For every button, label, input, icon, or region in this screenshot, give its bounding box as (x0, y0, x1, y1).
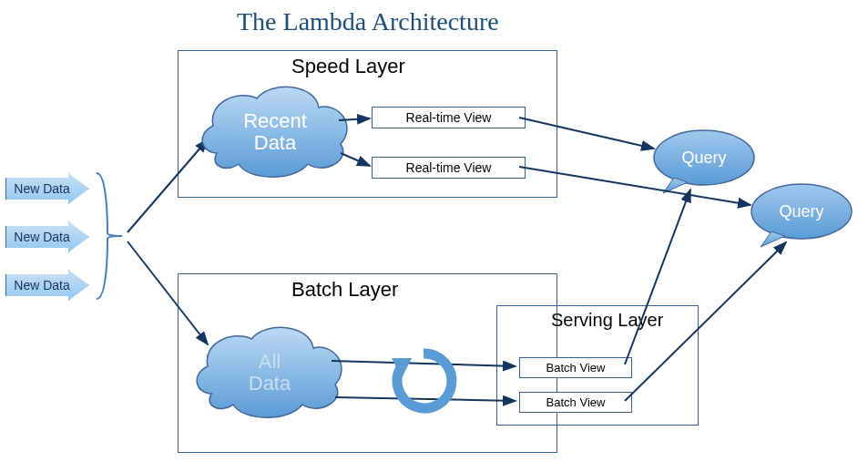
serving-layer-label: Serving Layer (551, 310, 663, 331)
realtime-view-box: Real-time View (372, 157, 526, 179)
svg-point-8 (751, 184, 852, 239)
batch-view-box: Batch View (519, 392, 632, 413)
speed-layer-label: Speed Layer (291, 55, 405, 78)
new-data-arrow: New Data (5, 270, 89, 301)
query-bubble: Query (751, 184, 852, 247)
query-bubble: Query (654, 130, 754, 193)
batch-view-box: Batch View (519, 357, 632, 378)
new-data-arrow: New Data (5, 221, 89, 252)
svg-text:Query: Query (681, 149, 726, 167)
batch-layer-label: Batch Layer (291, 278, 398, 302)
new-data-arrow: New Data (5, 173, 89, 204)
svg-point-6 (654, 130, 754, 185)
realtime-view-box: Real-time View (372, 107, 526, 128)
bracket-icon (95, 171, 128, 301)
diagram-title: The Lambda Architecture (237, 7, 499, 36)
svg-text:Query: Query (779, 202, 823, 221)
